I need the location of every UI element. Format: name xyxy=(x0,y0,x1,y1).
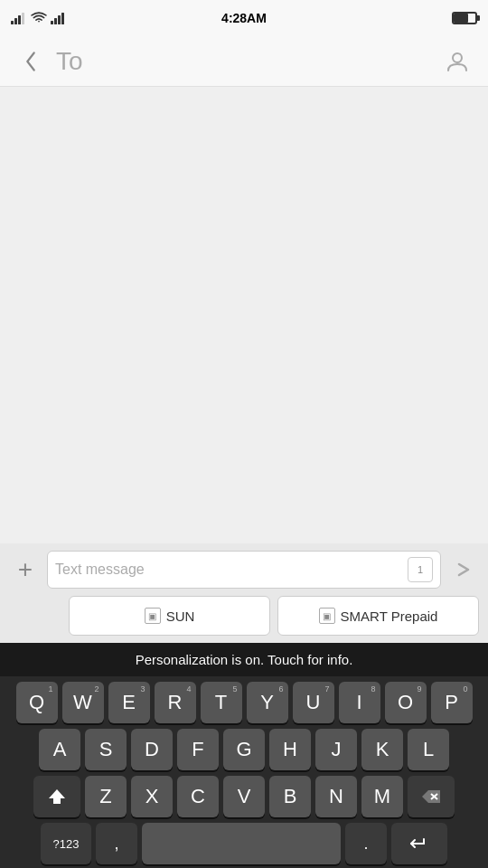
key-z[interactable]: Z xyxy=(85,776,127,817)
enter-icon xyxy=(408,835,431,852)
svg-rect-4 xyxy=(51,21,53,24)
battery-area xyxy=(452,12,477,24)
signal-icon-right xyxy=(51,12,67,24)
message-area xyxy=(0,87,488,543)
to-label: To xyxy=(56,47,441,76)
contact-button[interactable] xyxy=(441,45,474,78)
wifi-icon xyxy=(31,12,47,24)
svg-marker-9 xyxy=(49,789,65,804)
signal-icons xyxy=(11,12,67,24)
symbols-key[interactable]: ?123 xyxy=(41,823,91,864)
key-t[interactable]: 5T xyxy=(201,682,242,723)
keyboard: 1Q 2W 3E 4R 5T 6Y 7U 8I 9O 0P A S D F G … xyxy=(0,676,488,868)
shift-key[interactable] xyxy=(33,776,80,817)
header: To xyxy=(0,36,488,87)
key-v[interactable]: V xyxy=(223,776,265,817)
send-button[interactable] xyxy=(446,553,479,586)
key-y[interactable]: 6Y xyxy=(247,682,288,723)
signal-icon-left xyxy=(11,12,27,24)
message-counter: 1 xyxy=(408,557,433,582)
key-l[interactable]: L xyxy=(408,729,449,770)
back-button[interactable] xyxy=(14,45,47,78)
smart-sim-icon: ▣ xyxy=(319,608,335,624)
key-q[interactable]: 1Q xyxy=(16,682,58,723)
sun-label: SUN xyxy=(166,609,195,624)
status-time: 4:28AM xyxy=(221,11,267,25)
send-arrow-icon xyxy=(454,561,472,579)
key-s[interactable]: S xyxy=(85,729,127,770)
key-j[interactable]: J xyxy=(315,729,357,770)
key-b[interactable]: B xyxy=(269,776,311,817)
battery-icon xyxy=(452,12,477,24)
carrier-smart-button[interactable]: ▣ SMART Prepaid xyxy=(277,596,479,636)
svg-rect-3 xyxy=(22,13,24,24)
sun-sim-icon: ▣ xyxy=(145,608,161,624)
key-x[interactable]: X xyxy=(131,776,173,817)
message-input-wrapper: 1 xyxy=(47,551,441,589)
smart-label: SMART Prepaid xyxy=(341,609,438,624)
key-a[interactable]: A xyxy=(39,729,80,770)
enter-key[interactable] xyxy=(391,823,447,864)
svg-point-8 xyxy=(453,53,462,62)
key-f[interactable]: F xyxy=(177,729,219,770)
key-r[interactable]: 4R xyxy=(155,682,196,723)
key-k[interactable]: K xyxy=(361,729,403,770)
carrier-row: ▣ SUN ▣ SMART Prepaid xyxy=(0,596,488,643)
contact-icon xyxy=(446,50,469,73)
key-o[interactable]: 9O xyxy=(385,682,427,723)
key-m[interactable]: M xyxy=(361,776,403,817)
period-key[interactable]: . xyxy=(345,823,387,864)
message-input[interactable] xyxy=(55,561,408,578)
svg-rect-1 xyxy=(14,18,17,24)
comma-key[interactable]: , xyxy=(96,823,137,864)
svg-rect-5 xyxy=(54,18,57,24)
svg-rect-2 xyxy=(18,15,21,24)
space-key[interactable] xyxy=(142,823,341,864)
key-d[interactable]: D xyxy=(131,729,173,770)
status-bar: 4:28AM xyxy=(0,0,488,36)
backspace-icon xyxy=(420,788,442,805)
key-n[interactable]: N xyxy=(315,776,357,817)
back-arrow-icon xyxy=(23,52,39,71)
key-g[interactable]: G xyxy=(223,729,265,770)
svg-rect-6 xyxy=(58,15,61,24)
key-w[interactable]: 2W xyxy=(62,682,104,723)
backspace-key[interactable] xyxy=(408,776,455,817)
key-c[interactable]: C xyxy=(177,776,219,817)
key-e[interactable]: 3E xyxy=(108,682,150,723)
attach-button[interactable]: + xyxy=(9,553,42,586)
keyboard-row-bottom: ?123 , . xyxy=(3,823,485,864)
personalization-banner[interactable]: Personalization is on. Touch for info. xyxy=(0,643,488,676)
svg-rect-7 xyxy=(61,13,64,24)
key-h[interactable]: H xyxy=(269,729,311,770)
key-u[interactable]: 7U xyxy=(293,682,334,723)
keyboard-row-1: 1Q 2W 3E 4R 5T 6Y 7U 8I 9O 0P xyxy=(3,682,485,723)
shift-icon xyxy=(47,788,67,806)
key-i[interactable]: 8I xyxy=(339,682,380,723)
key-p[interactable]: 0P xyxy=(431,682,473,723)
keyboard-row-2: A S D F G H J K L xyxy=(3,729,485,770)
battery-fill xyxy=(454,14,468,23)
svg-rect-0 xyxy=(11,21,14,24)
carrier-sun-button[interactable]: ▣ SUN xyxy=(69,596,270,636)
keyboard-row-3: Z X C V B N M xyxy=(3,776,485,817)
compose-bar: + 1 xyxy=(0,543,488,596)
